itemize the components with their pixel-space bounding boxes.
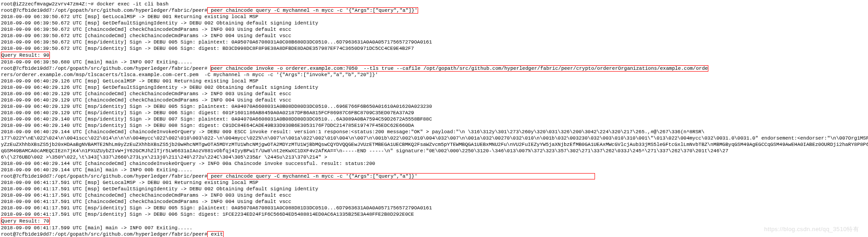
log-line: 2018-09-09 06:41:17.591 UTC [msp/identit… xyxy=(1,211,868,218)
log-line: 2018-09-09 06:39:50.672 UTC [msp] GetDef… xyxy=(1,20,868,26)
cmd-exit: exit xyxy=(207,231,223,237)
log-line: 2018-09-09 06:40:29.144 UTC [chaincodeCm… xyxy=(1,129,868,135)
log-line: 2018-09-09 06:39:50.672 UTC [chaincodeCm… xyxy=(1,26,868,33)
log-line: 2018-09-09 06:40:29.140 UTC [msp/identit… xyxy=(1,122,868,129)
log-line: 2018-09-09 06:40:29.129 UTC [msp/identit… xyxy=(1,103,868,110)
log-line: 2018-09-09 06:40:29.126 UTC [msp] GetDef… xyxy=(1,84,868,91)
log-line: 2018-09-09 06:40:29.129 UTC [chaincodeCm… xyxy=(1,97,868,103)
log-line: 2018-09-09 06:41:17.599 UTC [main] main … xyxy=(1,225,868,231)
log-line: 2018-09-09 06:40:29.140 UTC [msp/identit… xyxy=(1,116,868,122)
watermark: https://blog.csdn.net/qq_3510特有 xyxy=(764,226,859,232)
log-line: 2018-09-09 06:41:17.591 UTC [msp] GetLoc… xyxy=(1,179,868,186)
log-line: 2018-09-09 06:39:50.672 UTC [msp/identit… xyxy=(1,39,868,45)
log-line: 2018-09-09 06:39:50.672 UTC [msp/identit… xyxy=(1,45,868,52)
log-line: 2018-09-09 06:40:29.144 UTC [chaincodeCm… xyxy=(1,160,868,167)
query-result-1: Query Result: 90 xyxy=(1,52,868,59)
shell-prompt-peer-query2[interactable]: root@7cfb1de19dd7:/opt/gopath/src/github… xyxy=(1,173,868,179)
log-line: 2018-09-09 06:41:17.591 UTC [msp/identit… xyxy=(1,205,868,211)
shell-prompt-peer-exit[interactable]: root@7cfb1de19dd7:/opt/gopath/src/github… xyxy=(1,231,868,237)
log-line: 6\(\276UBD\002 >\350Y\022,\t\343[\337\26… xyxy=(1,154,868,160)
log-line: 2018-09-09 06:41:17.591 UTC [chaincodeCm… xyxy=(1,198,868,205)
log-line: 2018-09-09 06:40:29.126 UTC [msp] GetLoc… xyxy=(1,78,868,84)
cmd-chaincode-query-1: peer chaincode query -C mychannel -n myc… xyxy=(207,7,418,14)
log-line: 177\022Y\nE\022\024\n\0041scc\022\014\n\… xyxy=(1,135,868,141)
log-line: 2018-09-09 06:40:29.144 UTC [main] main … xyxy=(1,167,868,173)
log-line: qGSM49BAMCA0cAMEQCIEzn7jK4\n1PXUZUybZIvW… xyxy=(1,148,868,154)
log-line: 2018-09-09 06:41:17.591 UTC [msp] GetDef… xyxy=(1,186,868,192)
shell-prompt-peer-query1[interactable]: root@7cfb1de19dd7:/opt/gopath/src/github… xyxy=(1,7,868,14)
log-line: rers/orderer.example.com/msp/tlscacerts/… xyxy=(1,72,868,78)
log-line: 2018-09-09 06:40:29.129 UTC [chaincodeCm… xyxy=(1,91,868,97)
log-line: 2018-09-09 06:39:50.672 UTC [chaincodeCm… xyxy=(1,33,868,39)
shell-prompt-peer-invoke[interactable]: root@7cfb1de19dd7:/opt/gopath/src/github… xyxy=(1,65,868,72)
log-line: 2018-09-09 06:41:17.591 UTC [chaincodeCm… xyxy=(1,192,868,198)
log-line: yZzEuZXhhbXBsZS5jb20xHDAaBgNVBAMTE2NhLm9… xyxy=(1,141,868,148)
cmd-chaincode-query-2: peer chaincode query -C mychannel -n myc… xyxy=(207,173,595,179)
shell-prompt-host[interactable]: root@iZ2zecfmvagw2zvrv47zm4Z:~# docker e… xyxy=(1,1,868,7)
terminal-output: root@iZ2zecfmvagw2zvrv47zm4Z:~# docker e… xyxy=(1,1,868,237)
log-line: 2018-09-09 06:39:50.680 UTC [main] main … xyxy=(1,59,868,65)
cmd-chaincode-invoke: peer chaincode invoke -o orderer.example… xyxy=(210,65,708,72)
log-line: 2018-09-09 06:40:29.129 UTC [msp/identit… xyxy=(1,110,868,116)
cmd-docker-exec: docker exec -it cli bash xyxy=(97,1,168,7)
log-line: 2018-09-09 06:39:50.672 UTC [msp] GetLoc… xyxy=(1,14,868,20)
query-result-2: Query Result: 70 xyxy=(1,218,868,225)
